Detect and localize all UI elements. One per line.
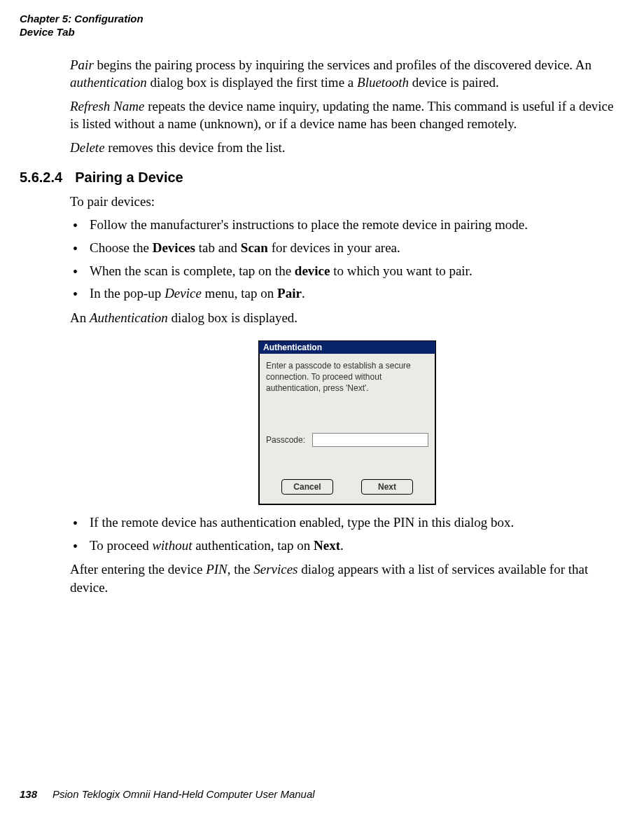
term-bluetooth: Bluetooth: [357, 75, 409, 90]
section-heading: 5.6.2.4 Pairing a Device: [20, 170, 624, 186]
list-item: To proceed without authentication, tap o…: [70, 537, 624, 556]
list-item: In the pop-up Device menu, tap on Pair.: [70, 284, 624, 303]
authentication-dialog: Authentication Enter a passcode to estab…: [258, 340, 436, 505]
dialog-body: Enter a passcode to establish a secure c…: [259, 354, 435, 504]
next-button[interactable]: Next: [361, 479, 413, 495]
paragraph-pair: Pair begins the pairing process by inqui…: [70, 56, 624, 92]
section-body: To pair devices: Follow the manufacturer…: [70, 193, 624, 597]
list-item: Follow the manufacturer's instructions t…: [70, 216, 624, 235]
document-page: Chapter 5: Configuration Device Tab Pair…: [0, 0, 644, 814]
page-header: Chapter 5: Configuration Device Tab: [20, 13, 624, 39]
page-number: 138: [20, 788, 37, 800]
paragraph-refresh: Refresh Name repeats the device name inq…: [70, 97, 624, 133]
section-title: Pairing a Device: [75, 170, 183, 186]
header-line-2: Device Tab: [20, 26, 624, 39]
list-item: Choose the Devices tab and Scan for devi…: [70, 239, 624, 258]
steps-list-b: If the remote device has authentication …: [70, 513, 624, 555]
list-item: If the remote device has authentication …: [70, 513, 624, 532]
lead-text: To pair devices:: [70, 193, 624, 211]
dialog-description: Enter a passcode to establish a secure c…: [266, 361, 428, 394]
closing-paragraph: After entering the device PIN, the Servi…: [70, 560, 624, 596]
passcode-label: Passcode:: [266, 435, 305, 445]
steps-list-a: Follow the manufacturer's instructions t…: [70, 216, 624, 303]
paragraph-delete: Delete removes this device from the list…: [70, 139, 624, 157]
list-item: When the scan is complete, tap on the de…: [70, 262, 624, 281]
auth-line: An Authentication dialog box is displaye…: [70, 309, 624, 327]
term-delete: Delete: [70, 140, 105, 155]
term-refresh-name: Refresh Name: [70, 99, 144, 113]
term-authentication: authentication: [70, 75, 147, 90]
body-intro: Pair begins the pairing process by inqui…: [70, 56, 624, 157]
passcode-input[interactable]: [312, 433, 428, 447]
page-footer: 138 Psion Teklogix Omnii Hand-Held Compu…: [20, 788, 315, 800]
dialog-button-row: Cancel Next: [266, 479, 428, 495]
section-number: 5.6.2.4: [20, 170, 62, 186]
passcode-row: Passcode:: [266, 433, 428, 447]
book-title: Psion Teklogix Omnii Hand-Held Computer …: [52, 788, 315, 800]
header-line-1: Chapter 5: Configuration: [20, 13, 624, 26]
cancel-button[interactable]: Cancel: [281, 479, 333, 495]
dialog-wrap: Authentication Enter a passcode to estab…: [70, 340, 624, 505]
dialog-titlebar: Authentication: [259, 341, 435, 354]
term-pair: Pair: [70, 57, 94, 72]
